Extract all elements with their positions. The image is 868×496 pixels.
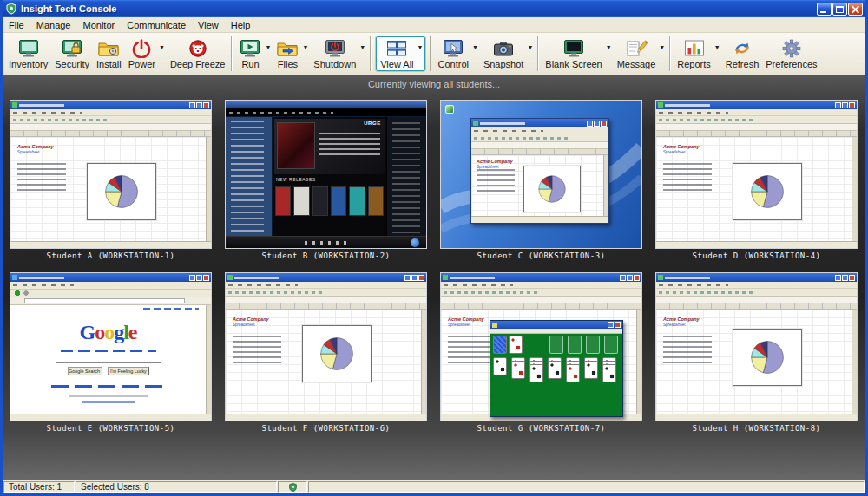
player-sidebar [226,117,273,236]
blank-screen-button[interactable]: Blank Screen [542,37,605,70]
thumb-statusbar [656,414,857,421]
menu-communicate[interactable]: Communicate [121,18,192,32]
sheet-area: Acme Company Spreadsheet [656,137,852,241]
preferences-button[interactable]: Preferences [762,37,820,70]
menu-view[interactable]: View [192,18,225,32]
blank-screen-monitor-icon [562,39,585,58]
inventory-button[interactable]: Inventory [5,37,51,70]
statusbar-filler [308,481,865,493]
reports-dropdown-arrow[interactable]: ▼ [714,44,720,50]
view-all-button[interactable]: View All [377,37,417,70]
solitaire-titlebar [490,321,622,329]
acme-company-text: Acme Company [17,144,54,149]
feeling-lucky-button: I'm Feeling Lucky [108,367,149,375]
power-dropdown-arrow[interactable]: ▼ [159,44,165,50]
toolbar-separator [537,36,539,71]
screen-browser-google[interactable]: Google Google Search I'm Feeling Lucky [10,272,212,421]
player-toolbar [226,108,426,117]
thumb-menubar [441,282,641,289]
thumb-toolbar [226,289,426,297]
menu-help[interactable]: Help [225,18,257,32]
thumb-titlebar [10,101,211,109]
spreadsheet-subtitle: Spreadsheet [663,323,686,327]
column-headers [471,149,608,155]
solitaire-window [490,320,623,417]
pie-chart [536,173,569,206]
sheet-area: Acme Company Spreadsheet [471,155,603,216]
run-button[interactable]: Run [235,37,265,70]
shutdown-button[interactable]: Shutdown [310,37,359,70]
screen-desktop[interactable]: Acme Company Spreadsheet [440,100,642,249]
screen-media-player[interactable]: URGE NEW RELEASES [225,100,427,249]
google-search-button: Google Search [68,367,102,375]
student-tile-a: Acme Company Spreadsheet Student A (WORK… [10,100,212,262]
screen-spreadsheet-h[interactable]: Acme Company Spreadsheet [655,272,858,421]
minimize-button[interactable] [817,3,832,16]
security-button[interactable]: Security [51,37,93,70]
thumb-menubar [10,109,211,116]
maximize-icon [836,6,844,13]
thumb-statusbar [10,414,211,421]
power-button[interactable]: Power [125,37,159,70]
thumb-menubar [471,127,608,134]
refresh-button[interactable]: Refresh [722,37,763,70]
spreadsheet-subtitle: Spreadsheet [17,150,40,154]
control-button[interactable]: Control [434,37,471,70]
snapshot-dropdown-arrow[interactable]: ▼ [527,44,533,50]
google-logo: Google [80,321,137,344]
reports-button[interactable]: Reports [674,37,714,70]
pie-chart [747,337,787,377]
control-cursor-icon [442,39,464,58]
menu-manage[interactable]: Manage [30,18,77,32]
blank-screen-dropdown-arrow[interactable]: ▼ [606,44,612,50]
formula-bar [226,297,426,303]
files-dropdown-arrow[interactable]: ▼ [302,44,308,50]
column-headers [226,303,426,310]
deep-freeze-icon [187,39,209,58]
screen-spreadsheet-d[interactable]: Acme Company Spreadsheet [655,100,858,249]
thumb-toolbar [471,134,608,142]
view-all-dropdown-arrow[interactable]: ▼ [418,44,424,50]
close-button[interactable] [848,3,863,16]
scrollbar [206,137,211,241]
student-label: Student B (WORKSTATION-2) [225,251,427,262]
student-label: Student E (WORKSTATION-5) [10,423,212,434]
pie-chart [317,334,357,374]
player-main-pane: URGE NEW RELEASES [273,117,386,236]
files-button[interactable]: Files [273,37,302,70]
run-dropdown-arrow[interactable]: ▼ [265,44,271,50]
thumb-menubar [226,282,426,289]
urge-brand-text: URGE [364,121,381,127]
formula-bar [656,124,857,131]
message-button[interactable]: Message [614,37,660,70]
thumb-titlebar [10,273,211,282]
view-all-selected-highlight: View All ▼ [376,36,425,71]
screen-spreadsheet-a[interactable]: Acme Company Spreadsheet [10,100,212,249]
pie-chart-box [523,166,581,212]
google-buttons: Google Search I'm Feeling Lucky [68,367,149,375]
view-all-grid-icon [385,39,408,58]
menu-file[interactable]: File [3,18,30,32]
screen-spreadsheet-f[interactable]: Acme Company Spreadsheet [225,272,427,421]
snapshot-button[interactable]: Snapshot [480,37,527,70]
transport-buttons [305,241,348,245]
shutdown-dropdown-arrow[interactable]: ▼ [359,44,365,50]
student-label: Student G (WORKSTATION-7) [440,423,642,434]
browser-menubar [10,282,211,290]
menu-monitor[interactable]: Monitor [77,18,122,32]
student-tile-c: Acme Company Spreadsheet Student C (WORK… [440,100,642,262]
menubar: File Manage Monitor Communicate View Hel… [3,17,865,33]
screen-solitaire[interactable]: Acme Company Spreadsheet [440,272,642,421]
spreadsheet-subtitle: Spreadsheet [233,323,255,327]
control-dropdown-arrow[interactable]: ▼ [472,44,478,50]
install-button[interactable]: Install [93,37,125,70]
student-tile-e: Google Google Search I'm Feeling Lucky [10,272,212,434]
thumb-statusbar [656,241,857,248]
scrollbar [852,137,857,241]
formula-bar [441,297,641,303]
maximize-button[interactable] [832,3,847,16]
data-rows [663,163,712,193]
message-dropdown-arrow[interactable]: ▼ [659,44,665,50]
message-pencil-icon [625,39,648,58]
deep-freeze-button[interactable]: Deep Freeze [167,37,229,70]
